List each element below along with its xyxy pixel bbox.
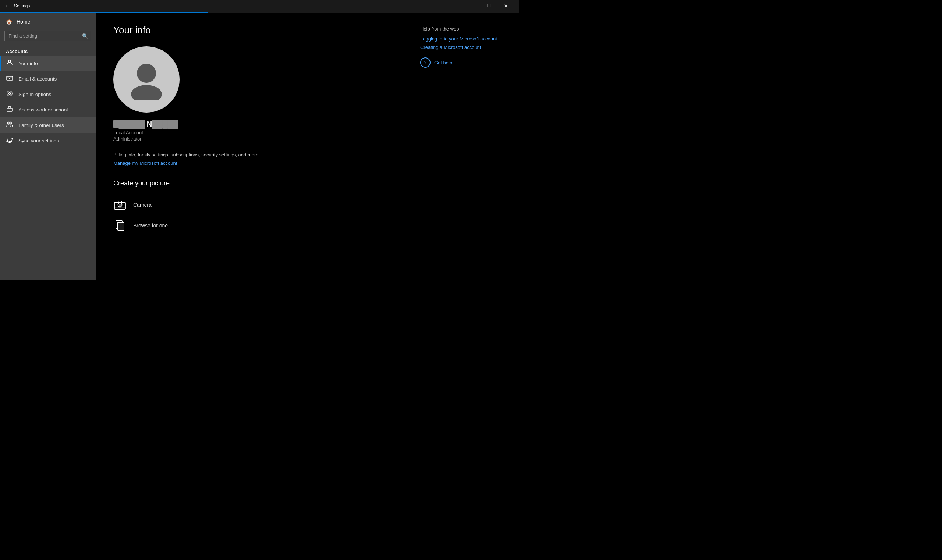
login-help-link[interactable]: Logging in to your Microsoft account [420, 36, 501, 42]
svg-point-7 [137, 64, 156, 83]
sidebar-item-sync[interactable]: Sync your settings [0, 133, 96, 148]
camera-label: Camera [133, 202, 152, 208]
sidebar-item-label-work: Access work or school [18, 107, 68, 112]
sidebar-item-family[interactable]: Family & other users [0, 117, 96, 133]
billing-info: Billing info, family settings, subscript… [113, 152, 398, 157]
restore-button[interactable]: ❐ [480, 0, 497, 12]
progress-bar-container [0, 12, 519, 13]
sign-in-icon [6, 90, 13, 98]
user-name-text: N█████ [113, 120, 145, 128]
sidebar-item-label-sync: Sync your settings [18, 138, 59, 143]
svg-rect-11 [114, 202, 125, 209]
svg-rect-14 [118, 222, 124, 230]
svg-point-2 [7, 91, 12, 96]
browse-label: Browse for one [133, 223, 168, 228]
work-icon [6, 106, 13, 114]
home-icon: 🏠 [6, 19, 12, 25]
app-container: 🏠 Home 🔍 Accounts Your info [0, 13, 519, 280]
titlebar-title: Settings [14, 3, 30, 8]
svg-point-5 [8, 122, 9, 124]
svg-point-3 [9, 93, 11, 95]
minimize-button[interactable]: ─ [463, 0, 480, 12]
progress-bar [0, 12, 208, 13]
manage-account-link[interactable]: Manage my Microsoft account [113, 160, 177, 166]
svg-point-0 [8, 60, 11, 63]
get-help-button[interactable]: ? Get help [420, 57, 501, 68]
browse-option[interactable]: Browse for one [113, 215, 398, 236]
home-label: Home [17, 19, 30, 25]
sidebar: 🏠 Home 🔍 Accounts Your info [0, 13, 96, 280]
sidebar-item-label-signin: Sign-in options [18, 92, 51, 97]
content-area: Your info N█████ N█████ Local Account Ad… [96, 13, 519, 280]
get-help-label: Get help [434, 60, 452, 66]
close-button[interactable]: ✕ [497, 0, 514, 12]
sync-icon [6, 137, 13, 145]
create-picture-title: Create your picture [113, 180, 398, 187]
page-title: Your info [113, 25, 398, 36]
family-icon [6, 121, 13, 129]
user-account-type: Local Account [113, 130, 398, 135]
svg-rect-4 [7, 108, 12, 111]
back-icon: ← [5, 3, 10, 9]
camera-icon [113, 198, 126, 212]
user-role: Administrator [113, 136, 398, 142]
sidebar-item-label-email: Email & accounts [18, 76, 57, 82]
search-container: 🔍 [5, 31, 91, 41]
svg-point-6 [10, 122, 12, 124]
content-main: Your info N█████ N█████ Local Account Ad… [113, 25, 398, 268]
titlebar-controls: ─ ❐ ✕ [463, 0, 514, 12]
browse-icon [113, 219, 126, 232]
user-name: N█████ N█████ [113, 120, 398, 128]
help-panel: Help from the web Logging in to your Mic… [420, 25, 501, 268]
sidebar-item-access-work[interactable]: Access work or school [0, 102, 96, 117]
titlebar: ← Settings ─ ❐ ✕ [0, 0, 519, 12]
sidebar-item-label-your-info: Your info [18, 61, 38, 66]
sidebar-item-sign-in[interactable]: Sign-in options [0, 86, 96, 102]
svg-point-8 [131, 85, 162, 100]
titlebar-left: ← Settings [5, 3, 30, 9]
home-button[interactable]: 🏠 Home [0, 16, 96, 28]
sidebar-item-label-family: Family & other users [18, 123, 64, 128]
get-help-icon: ? [420, 57, 431, 68]
avatar [113, 46, 180, 112]
camera-option[interactable]: Camera [113, 195, 398, 215]
svg-point-10 [119, 204, 121, 206]
your-info-icon [6, 59, 13, 67]
sidebar-section-title: Accounts [0, 44, 96, 55]
sidebar-item-email-accounts[interactable]: Email & accounts [0, 71, 96, 86]
email-accounts-icon [6, 75, 13, 83]
search-icon: 🔍 [82, 33, 88, 39]
sidebar-item-your-info[interactable]: Your info [0, 55, 96, 71]
search-input[interactable] [5, 31, 91, 41]
create-account-help-link[interactable]: Creating a Microsoft account [420, 45, 501, 50]
help-title: Help from the web [420, 26, 501, 32]
